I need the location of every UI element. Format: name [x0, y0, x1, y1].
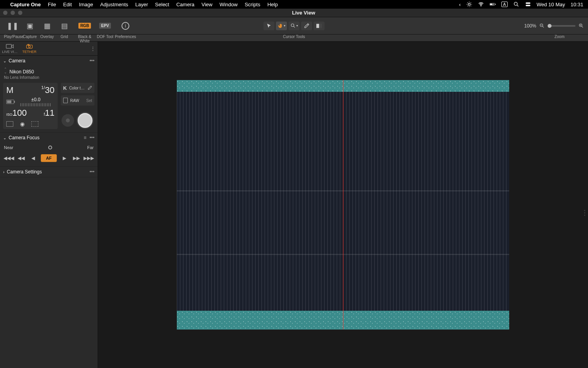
panel-camera-title: Camera	[9, 58, 25, 64]
status-time[interactable]: 10:31	[570, 2, 583, 7]
grid-button[interactable]: ▤	[56, 22, 73, 30]
panel-settings-header[interactable]: › Camera Settings •••	[0, 167, 98, 177]
shutter-release-button[interactable]	[76, 112, 94, 129]
weather-icon[interactable]	[466, 1, 472, 7]
set-button[interactable]: Set	[86, 98, 92, 103]
chevron-down-icon: ⌄	[3, 136, 6, 140]
focus-far-large-button[interactable]: ▶▶▶	[84, 154, 94, 162]
sidebar-tab-options[interactable]: ⋮	[88, 42, 98, 55]
mask-tool[interactable]	[314, 22, 325, 30]
autofocus-button[interactable]: AF	[41, 154, 57, 162]
zoom-out-icon[interactable]	[539, 23, 545, 29]
chevron-down-icon: ⌄	[3, 59, 6, 63]
svg-point-1	[481, 5, 481, 6]
zoom-slider[interactable]	[548, 25, 575, 27]
tab-live-view[interactable]: LIVE VI…	[0, 42, 20, 55]
menu-adjustments[interactable]: Adjustments	[100, 2, 129, 7]
zoom-in-icon[interactable]	[579, 23, 584, 29]
menu-view[interactable]: View	[201, 2, 212, 7]
focus-near-med-button[interactable]: ◀◀	[16, 154, 25, 162]
panel-camera-focus: ⌄ Camera Focus ≡ ••• Near Far ◀◀◀ ◀◀ ◀ A…	[0, 133, 98, 167]
menu-image[interactable]: Image	[79, 2, 93, 7]
menu-window[interactable]: Window	[220, 2, 238, 7]
chevron-right-icon: ›	[3, 170, 4, 174]
capture-button[interactable]: ▣	[21, 22, 38, 30]
dof-tool-button[interactable]: EPV	[96, 22, 114, 30]
aperture-value[interactable]: f11	[44, 108, 54, 118]
record-video-button[interactable]	[62, 114, 74, 127]
window-zoom-button[interactable]	[18, 11, 22, 15]
menu-help[interactable]: Help	[267, 2, 278, 7]
play-pause-button[interactable]: ❚❚	[4, 22, 21, 30]
menu-camera[interactable]: Camera	[176, 2, 194, 7]
menu-app[interactable]: Capture One	[10, 2, 41, 7]
svg-rect-7	[526, 5, 530, 6]
file-format-row[interactable]: RAW Set	[61, 95, 94, 106]
menu-edit[interactable]: Edit	[63, 2, 72, 7]
window-close-button[interactable]	[3, 11, 7, 15]
document-icon	[63, 98, 68, 103]
panel-settings-title: Camera Settings	[7, 169, 42, 175]
menu-scripts[interactable]: Scripts	[245, 2, 260, 7]
kelvin-icon: K	[63, 85, 67, 91]
svg-rect-10	[319, 24, 322, 28]
input-source-indicator[interactable]: A	[501, 2, 507, 7]
panel-camera-opts[interactable]: •••	[89, 58, 94, 64]
focus-far-label: Far	[87, 145, 94, 150]
menu-layer[interactable]: Layer	[135, 2, 148, 7]
white-balance-row[interactable]: K Color t…	[61, 83, 94, 93]
panel-focus-header[interactable]: ⌄ Camera Focus ≡ •••	[0, 133, 98, 143]
tab-tether[interactable]: TETHER	[20, 42, 39, 55]
center-guide-line	[343, 80, 343, 330]
menu-file[interactable]: File	[48, 2, 56, 7]
zoom-tool[interactable]: ▾	[289, 22, 299, 30]
battery-icon	[6, 100, 14, 104]
panel-focus-list-icon[interactable]: ≡	[83, 135, 86, 140]
metering-mode-icon[interactable]: ◉	[19, 121, 26, 127]
exposure-mode[interactable]: M	[6, 85, 13, 95]
panel-settings-opts[interactable]: •••	[89, 169, 94, 175]
overlay-label: Overlay	[38, 35, 56, 43]
resize-handle[interactable]	[582, 205, 587, 220]
window-title: Live View	[22, 10, 585, 16]
pointer-tool[interactable]	[263, 22, 274, 30]
svg-rect-3	[495, 4, 495, 5]
tab-live-view-label: LIVE VI…	[2, 50, 18, 54]
control-center-icon[interactable]	[525, 1, 531, 7]
black-white-button[interactable]: RGB	[73, 22, 96, 30]
wb-label: Color t…	[69, 86, 85, 90]
chevron-left-icon[interactable]: ‹	[459, 2, 461, 7]
focus-far-small-button[interactable]: ▶	[60, 154, 69, 162]
ev-compensation[interactable]: ±0.0	[31, 97, 40, 102]
exposure-readout: M 1/30 ±0.0 ISO100 f11	[3, 83, 58, 129]
window-minimize-button[interactable]	[11, 11, 15, 15]
menu-select[interactable]: Select	[155, 2, 169, 7]
wifi-icon[interactable]	[478, 1, 484, 7]
app-menu: Capture One File Edit Image Adjustments …	[10, 2, 278, 7]
live-view-viewer[interactable]	[98, 42, 588, 368]
bw-label: Black & White	[73, 35, 96, 43]
status-date[interactable]: Wed 10 May	[537, 2, 565, 7]
af-area-icon[interactable]	[6, 121, 13, 127]
hand-tool[interactable]: ▾	[276, 22, 287, 30]
zoom-percent: 100%	[524, 23, 536, 29]
preferences-button[interactable]: i	[114, 22, 137, 30]
svg-point-0	[468, 3, 470, 5]
grid-label: Grid	[56, 35, 73, 43]
eyedropper-tool[interactable]	[301, 22, 312, 30]
camera-select-stepper[interactable]: ⌃⌄	[4, 67, 8, 74]
focus-point-icon[interactable]	[31, 121, 38, 127]
eyedropper-icon[interactable]	[87, 86, 92, 90]
ev-scale	[20, 103, 52, 106]
focus-near-small-button[interactable]: ◀	[29, 154, 38, 162]
panel-camera-settings: › Camera Settings •••	[0, 167, 98, 177]
iso-value[interactable]: ISO100	[6, 108, 27, 118]
panel-focus-opts[interactable]: •••	[89, 135, 94, 140]
focus-near-large-button[interactable]: ◀◀◀	[4, 154, 13, 162]
focus-far-med-button[interactable]: ▶▶	[72, 154, 81, 162]
panel-camera-header[interactable]: ⌄ Camera •••	[0, 56, 98, 66]
shutter-speed[interactable]: 1/30	[41, 85, 54, 95]
battery-icon[interactable]	[490, 1, 496, 7]
spotlight-icon[interactable]	[513, 1, 519, 7]
overlay-button[interactable]: ▦	[38, 22, 56, 30]
